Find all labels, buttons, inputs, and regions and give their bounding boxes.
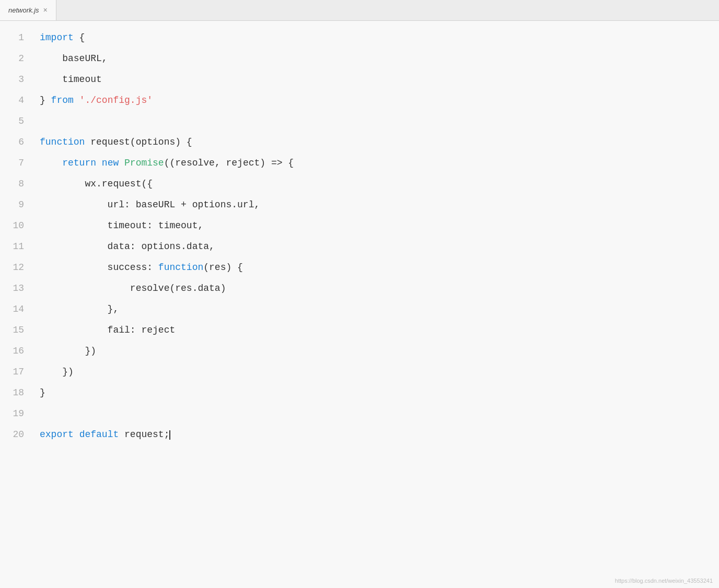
line-number: 5 <box>0 111 37 132</box>
token: (res) { <box>203 262 243 273</box>
line-content: } from './config.js' <box>37 90 719 111</box>
token: ((resolve, reject) => { <box>164 158 294 168</box>
code-line: 1import { <box>0 27 719 48</box>
code-line: 3 timeout <box>0 69 719 90</box>
code-line: 6function request(options) { <box>0 132 719 152</box>
line-content: data: options.data, <box>37 236 719 257</box>
line-number: 15 <box>0 320 37 340</box>
code-line: 19 <box>0 403 719 424</box>
line-number: 16 <box>0 340 37 361</box>
code-line: 11 data: options.data, <box>0 236 719 257</box>
code-line: 10 timeout: timeout, <box>0 215 719 236</box>
tab-close-icon[interactable]: × <box>43 7 48 14</box>
line-number: 3 <box>0 69 37 90</box>
token <box>74 95 79 105</box>
line-number: 11 <box>0 236 37 257</box>
line-number: 13 <box>0 278 37 299</box>
token: import <box>40 32 74 43</box>
line-content: }, <box>37 299 719 320</box>
token: data: options.data, <box>40 241 215 252</box>
line-content: timeout: timeout, <box>37 215 719 236</box>
code-line: 9 url: baseURL + options.url, <box>0 194 719 215</box>
line-number: 12 <box>0 257 37 278</box>
line-content: return new Promise((resolve, reject) => … <box>37 152 719 173</box>
token: }) <box>40 367 74 377</box>
line-number: 9 <box>0 194 37 215</box>
line-content: fail: reject <box>37 320 719 340</box>
line-number: 10 <box>0 215 37 236</box>
line-number: 1 <box>0 27 37 48</box>
token <box>74 429 79 440</box>
watermark: https://blog.csdn.net/weixin_43553241 <box>615 578 713 584</box>
line-content: timeout <box>37 69 719 90</box>
token: default <box>79 429 119 440</box>
token: resolve(res.data) <box>40 283 226 293</box>
token: success: <box>40 262 158 273</box>
code-line: 4} from './config.js' <box>0 90 719 111</box>
line-content: }) <box>37 361 719 382</box>
code-line: 13 resolve(res.data) <box>0 278 719 299</box>
line-number: 6 <box>0 132 37 152</box>
line-content: baseURL, <box>37 48 719 69</box>
line-number: 14 <box>0 299 37 320</box>
token: function <box>40 137 85 147</box>
line-content: } <box>37 382 719 403</box>
token: request; <box>119 429 169 440</box>
token: wx.request({ <box>40 179 153 189</box>
token: function <box>158 262 203 273</box>
line-number: 19 <box>0 403 37 424</box>
line-number: 17 <box>0 361 37 382</box>
line-content: wx.request({ <box>37 173 719 194</box>
token <box>96 158 102 168</box>
code-line: 7 return new Promise((resolve, reject) =… <box>0 152 719 173</box>
line-content: resolve(res.data) <box>37 278 719 299</box>
token: baseURL, <box>40 53 108 64</box>
token: timeout: timeout, <box>40 220 203 231</box>
line-number: 7 <box>0 152 37 173</box>
token: { <box>74 32 85 43</box>
token <box>40 158 62 168</box>
code-line: 16 }) <box>0 340 719 361</box>
code-line: 5 <box>0 111 719 132</box>
code-line: 2 baseURL, <box>0 48 719 69</box>
tab-bar: network.js × <box>0 0 719 21</box>
token: }) <box>40 346 96 356</box>
token <box>119 158 124 168</box>
token: } <box>40 387 45 398</box>
code-line: 17 }) <box>0 361 719 382</box>
line-number: 2 <box>0 48 37 69</box>
text-cursor <box>169 430 170 440</box>
code-area[interactable]: 1import {2 baseURL,3 timeout4} from './c… <box>0 21 719 588</box>
line-number: 18 <box>0 382 37 403</box>
code-line: 14 }, <box>0 299 719 320</box>
token: } <box>40 95 51 105</box>
code-line: 8 wx.request({ <box>0 173 719 194</box>
code-line: 20export default request; <box>0 424 719 445</box>
line-number: 8 <box>0 173 37 194</box>
token: from <box>51 95 74 105</box>
line-content: }) <box>37 340 719 361</box>
token: }, <box>40 304 119 314</box>
token: request(options) { <box>85 137 192 147</box>
tab-network-js[interactable]: network.js × <box>0 0 56 20</box>
code-line: 12 success: function(res) { <box>0 257 719 278</box>
line-content: export default request; <box>37 424 719 445</box>
token: url: baseURL + options.url, <box>40 199 260 210</box>
line-number: 4 <box>0 90 37 111</box>
code-line: 18} <box>0 382 719 403</box>
line-content: success: function(res) { <box>37 257 719 278</box>
line-content: import { <box>37 27 719 48</box>
line-content: function request(options) { <box>37 132 719 152</box>
line-number: 20 <box>0 424 37 445</box>
token: './config.js' <box>79 95 153 105</box>
editor-container: network.js × 1import {2 baseURL,3 timeou… <box>0 0 719 588</box>
token: return <box>62 158 96 168</box>
token: timeout <box>40 74 102 85</box>
line-content: url: baseURL + options.url, <box>37 194 719 215</box>
code-line: 15 fail: reject <box>0 320 719 340</box>
token: fail: reject <box>40 325 175 335</box>
token: Promise <box>124 158 164 168</box>
token: new <box>102 158 119 168</box>
tab-label: network.js <box>8 6 39 14</box>
token: export <box>40 429 74 440</box>
